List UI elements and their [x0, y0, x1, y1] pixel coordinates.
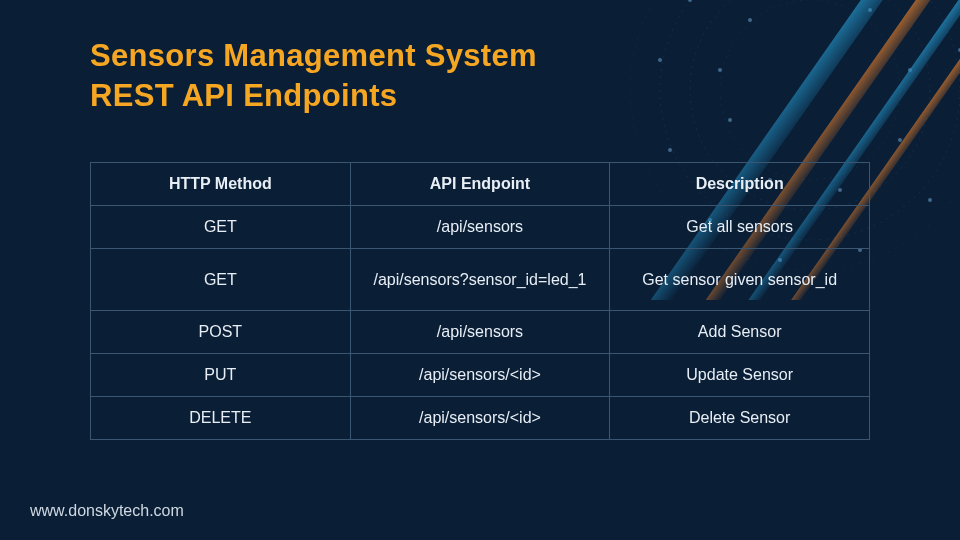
title-line-1: Sensors Management System: [90, 38, 537, 73]
cell-endpoint: /api/sensors: [350, 206, 610, 249]
cell-method: GET: [91, 249, 351, 311]
svg-point-16: [668, 148, 672, 152]
col-api-endpoint: API Endpoint: [350, 163, 610, 206]
svg-point-22: [898, 138, 902, 142]
cell-description: Add Sensor: [610, 311, 870, 354]
cell-endpoint: /api/sensors/<id>: [350, 354, 610, 397]
table-row: POST /api/sensors Add Sensor: [91, 311, 870, 354]
cell-endpoint: /api/sensors?sensor_id=led_1: [350, 249, 610, 311]
col-http-method: HTTP Method: [91, 163, 351, 206]
cell-method: GET: [91, 206, 351, 249]
cell-method: DELETE: [91, 397, 351, 440]
svg-point-12: [928, 198, 932, 202]
svg-point-4: [658, 58, 662, 62]
svg-point-18: [748, 18, 752, 22]
svg-point-20: [868, 8, 872, 12]
cell-description: Get all sensors: [610, 206, 870, 249]
cell-endpoint: /api/sensors: [350, 311, 610, 354]
api-endpoints-table: HTTP Method API Endpoint Description GET…: [90, 162, 870, 440]
svg-point-17: [718, 68, 722, 72]
svg-point-21: [908, 68, 912, 72]
table-row: PUT /api/sensors/<id> Update Sensor: [91, 354, 870, 397]
table-row: GET /api/sensors Get all sensors: [91, 206, 870, 249]
cell-endpoint: /api/sensors/<id>: [350, 397, 610, 440]
cell-method: POST: [91, 311, 351, 354]
table-row: DELETE /api/sensors/<id> Delete Sensor: [91, 397, 870, 440]
footer-credit: www.donskytech.com: [30, 502, 184, 520]
cell-method: PUT: [91, 354, 351, 397]
svg-point-5: [688, 0, 692, 2]
svg-point-3: [720, 0, 900, 180]
svg-point-25: [728, 118, 732, 122]
cell-description: Delete Sensor: [610, 397, 870, 440]
page-title: Sensors Management System REST API Endpo…: [90, 36, 537, 117]
table-row: GET /api/sensors?sensor_id=led_1 Get sen…: [91, 249, 870, 311]
cell-description: Get sensor given sensor_id: [610, 249, 870, 311]
table-header-row: HTTP Method API Endpoint Description: [91, 163, 870, 206]
title-line-2: REST API Endpoints: [90, 78, 397, 113]
col-description: Description: [610, 163, 870, 206]
cell-description: Update Sensor: [610, 354, 870, 397]
